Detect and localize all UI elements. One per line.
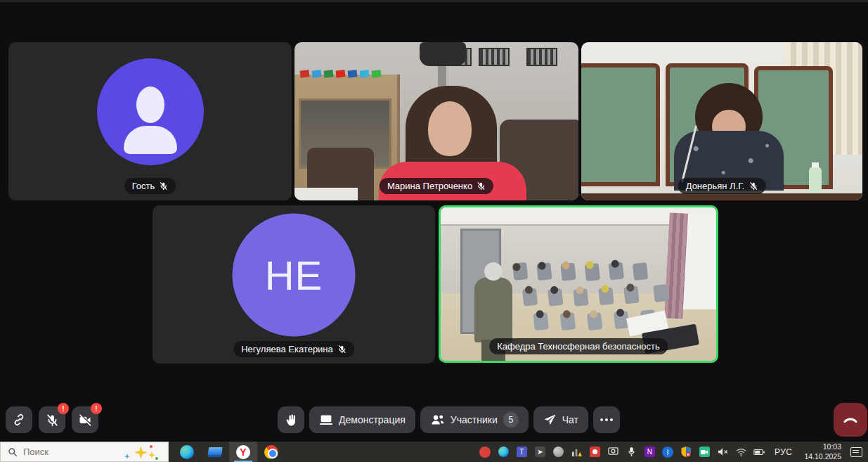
water-bottle xyxy=(809,167,822,196)
raise-hand-icon xyxy=(285,413,298,427)
microphone-button[interactable]: ! xyxy=(39,406,65,433)
yandex-browser-icon xyxy=(236,445,250,459)
screen-share-button[interactable]: Демонстрация xyxy=(309,406,415,433)
taskbar-app-file-explorer[interactable] xyxy=(201,442,229,462)
flag xyxy=(360,70,370,77)
tray-wifi-icon[interactable] xyxy=(735,446,747,458)
windows-taskbar: T ➤ N ᛒ xyxy=(0,442,868,462)
raise-hand-button[interactable] xyxy=(278,406,304,433)
taskbar-app-yandex-browser[interactable] xyxy=(229,442,257,462)
participant-name: Донерьян Л.Г. xyxy=(686,181,745,191)
taskbar-search[interactable] xyxy=(0,442,169,462)
wall-vent xyxy=(479,48,510,66)
edge-icon xyxy=(180,445,194,459)
invite-link-button[interactable] xyxy=(6,406,32,433)
video-feed xyxy=(294,42,578,200)
tray-red-app-icon[interactable] xyxy=(479,446,491,458)
clock-time: 10:03 xyxy=(823,442,841,451)
flag xyxy=(348,70,358,77)
participants-button[interactable]: Участники 5 xyxy=(420,406,529,433)
action-center-icon[interactable] xyxy=(850,447,862,457)
tray-defender-icon[interactable] xyxy=(680,446,692,458)
tray-sphere-app-icon[interactable] xyxy=(552,446,564,458)
hang-up-icon xyxy=(841,411,860,429)
tray-teams-icon[interactable]: T xyxy=(516,446,528,458)
language-indicator[interactable]: РУС xyxy=(772,447,796,457)
camera-alert-badge: ! xyxy=(91,403,102,414)
mic-muted-icon xyxy=(337,345,346,354)
mic-muted-icon xyxy=(749,181,758,191)
mic-muted-icon xyxy=(46,413,59,427)
participant-name: Кафедра Техносферная безопасность xyxy=(497,341,660,352)
speaker-head xyxy=(484,262,503,281)
tray-record-red-icon[interactable] xyxy=(589,446,601,458)
tray-edge-icon[interactable] xyxy=(498,446,510,458)
invite-link-icon xyxy=(12,413,26,427)
participant-name-pill: Кафедра Техносферная безопасность xyxy=(489,338,668,354)
mic-muted-icon xyxy=(477,181,486,191)
participant-tile-marina[interactable]: Марина Петроченко xyxy=(294,42,578,200)
chat-icon xyxy=(543,413,557,427)
clock-date: 14.10.2025 xyxy=(804,452,841,461)
mic-muted-icon xyxy=(159,181,168,191)
avatar-initials: НЕ xyxy=(265,252,323,299)
participant-name: Марина Петроченко xyxy=(387,181,472,191)
green-chair xyxy=(581,63,660,186)
participant-tile-kafedra-active-speaker[interactable]: Кафедра Техносферная безопасность xyxy=(439,205,718,363)
tray-camera-green-icon[interactable] xyxy=(699,446,711,458)
taskbar-app-chrome[interactable] xyxy=(257,442,285,462)
video-feed xyxy=(581,42,862,200)
speaker-body xyxy=(474,278,512,342)
avatar: НЕ xyxy=(233,214,356,337)
hang-up-button[interactable] xyxy=(834,403,867,437)
tray-onenote-icon[interactable]: N xyxy=(644,446,656,458)
tray-screen-cast-icon[interactable] xyxy=(607,446,619,458)
participants-label: Участники xyxy=(451,414,498,425)
participant-name-pill: Негуляева Екатерина xyxy=(233,341,354,357)
meeting-toolbar: Демонстрация Участники 5 Чат xyxy=(278,406,620,433)
participant-name: Гость xyxy=(132,181,155,191)
search-icon xyxy=(8,447,18,457)
flag-row xyxy=(300,59,420,77)
more-button[interactable] xyxy=(593,406,620,433)
participant-tile-doneryan[interactable]: Донерьян Л.Г. xyxy=(581,42,862,200)
screen-share-label: Демонстрация xyxy=(339,414,406,425)
flag xyxy=(336,70,346,77)
avatar xyxy=(97,58,204,165)
person-icon xyxy=(136,86,164,123)
table-edge xyxy=(581,193,862,200)
search-input[interactable] xyxy=(23,447,108,457)
tray-bluetooth-icon[interactable]: ᛒ xyxy=(662,446,674,458)
participants-icon xyxy=(430,413,445,426)
flag xyxy=(300,70,310,77)
chrome-icon xyxy=(264,445,278,459)
participant-tile-guest[interactable]: Гость xyxy=(8,42,292,200)
tray-microphone-icon[interactable] xyxy=(626,446,637,458)
participants-count-badge: 5 xyxy=(503,412,519,428)
mic-alert-badge: ! xyxy=(58,403,69,414)
tray-chart-warning-icon[interactable] xyxy=(571,446,583,458)
participant-tile-negulyaeva[interactable]: НЕ Негуляева Екатерина xyxy=(153,205,435,364)
person-icon-body xyxy=(124,126,177,154)
pinned-apps xyxy=(173,442,285,462)
desk xyxy=(294,188,358,200)
window-top-strip xyxy=(0,0,868,2)
file-explorer-icon xyxy=(207,447,223,457)
participant-name: Негуляева Екатерина xyxy=(241,344,333,354)
chat-label: Чат xyxy=(562,414,578,425)
participant-name-pill: Гость xyxy=(124,178,176,194)
wall-vent xyxy=(526,48,557,66)
tray-volume-muted-icon[interactable] xyxy=(717,446,729,458)
participant-name-pill: Донерьян Л.Г. xyxy=(678,178,766,194)
tray-battery-icon[interactable] xyxy=(753,446,765,458)
taskbar-app-edge[interactable] xyxy=(173,442,201,462)
taskbar-clock[interactable]: 10:03 14.10.2025 xyxy=(801,442,844,461)
search-highlights-icon[interactable] xyxy=(124,445,158,461)
person-face xyxy=(428,101,472,156)
chat-button[interactable]: Чат xyxy=(533,406,588,433)
flag xyxy=(324,70,334,77)
screen-share-icon xyxy=(319,413,333,426)
camera-muted-icon xyxy=(78,413,92,427)
tray-share-arrow-icon[interactable]: ➤ xyxy=(534,446,546,458)
camera-button[interactable]: ! xyxy=(72,406,98,433)
